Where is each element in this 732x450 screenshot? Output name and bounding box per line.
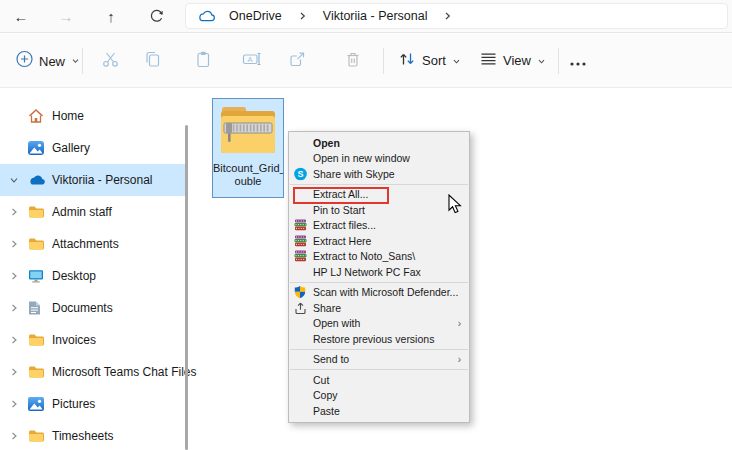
more-icon [570,52,586,70]
mouse-cursor [448,194,464,219]
sidebar-item-admin-staff[interactable]: Admin staff [0,196,192,228]
sidebar-item-attachments[interactable]: Attachments [0,228,192,260]
cut-button[interactable] [96,47,124,75]
paste-icon [194,50,212,72]
chevron-right-icon[interactable] [9,239,19,249]
chevron-right-icon[interactable] [9,367,19,377]
chevron-right-icon[interactable] [9,399,19,409]
menu-item-restore-previous-versions[interactable]: Restore previous versions [289,331,469,347]
zipped-folder-icon [219,104,277,162]
refresh-icon[interactable] [141,3,171,29]
breadcrumb-segment-folder[interactable]: Viktoriia - Personal [317,7,434,25]
sidebar-item-timesheets[interactable]: Timesheets [0,420,192,450]
folder-icon [28,430,45,443]
sidebar-item-label: Microsoft Teams Chat Files [52,365,197,379]
folder-icon [28,206,45,219]
menu-item-extract-files[interactable]: Extract files... [289,218,469,234]
onedrive-cloud-icon [198,10,215,22]
menu-item-extract-all[interactable]: Extract All... [289,187,469,203]
menu-item-share[interactable]: Share [289,300,469,316]
sidebar-item-pictures[interactable]: Pictures [0,388,192,420]
chevron-right-icon[interactable] [9,271,19,281]
skype-icon: S [294,167,307,180]
menu-item-hp-lj-network-pc-fax[interactable]: HP LJ Network PC Fax [289,264,469,280]
chevron-down-icon [452,52,461,70]
sidebar-scrollbar[interactable] [185,125,188,450]
sidebar-item-label: Admin staff [52,205,112,219]
back-icon[interactable]: ← [6,3,36,29]
winrar-icon [294,250,307,262]
copy-button[interactable] [139,47,167,75]
menu-separator [290,369,468,370]
chevron-down-icon [71,52,80,70]
paste-button[interactable] [189,47,217,75]
menu-item-label: Open with [313,317,360,329]
menu-item-scan-with-microsoft-defender[interactable]: Scan with Microsoft Defender... [289,285,469,301]
file-explorer-window: ←→↑ OneDrive Viktoriia - Personal New A … [0,0,732,450]
menu-item-open[interactable]: Open [289,135,469,151]
menu-item-cut[interactable]: Cut [289,372,469,388]
delete-button[interactable] [339,47,367,75]
up-icon[interactable]: ↑ [96,3,126,29]
menu-item-extract-here[interactable]: Extract Here [289,233,469,249]
menu-separator [290,184,468,185]
home-icon [28,109,44,124]
menu-item-label: Copy [313,389,338,401]
sort-button[interactable]: Sort [390,46,469,76]
chevron-down-icon[interactable] [9,175,19,185]
chevron-right-icon[interactable] [9,335,19,345]
rename-button[interactable]: A [238,47,266,75]
sidebar-item-label: Attachments [52,237,119,251]
view-button[interactable]: View [472,47,554,75]
menu-item-copy[interactable]: Copy [289,388,469,404]
new-button-label: New [39,53,65,68]
folder-icon [28,238,45,251]
sidebar-item-label: Documents [52,301,113,315]
file-item-zip[interactable]: Bitcount_Grid_D ouble [212,98,284,198]
menu-item-label: Extract Here [313,235,371,247]
chevron-right-icon[interactable] [9,303,19,313]
menu-item-label: Paste [313,405,340,417]
sidebar-item-label: Timesheets [52,429,114,443]
chevron-down-icon [537,52,546,70]
share-icon [288,50,306,72]
menu-item-label: Pin to Start [313,204,365,216]
menu-item-label: HP LJ Network PC Fax [313,266,421,278]
address-bar[interactable]: OneDrive Viktoriia - Personal [185,3,728,29]
documents-icon [28,301,41,316]
menu-item-send-to[interactable]: Send to› [289,352,469,368]
navigation-bar: ←→↑ OneDrive Viktoriia - Personal [0,0,732,33]
sidebar-item-invoices[interactable]: Invoices [0,324,192,356]
chevron-right-icon[interactable] [9,207,19,217]
menu-item-label: Send to [313,353,349,365]
sidebar-item-documents[interactable]: Documents [0,292,192,324]
copy-icon [144,50,162,72]
sort-button-label: Sort [422,53,446,68]
menu-item-open-in-new-window[interactable]: Open in new window [289,151,469,167]
submenu-arrow-icon: › [458,318,461,329]
sidebar-item-microsoft-teams-chat-files[interactable]: Microsoft Teams Chat Files [0,356,192,388]
menu-item-label: Share with Skype [313,168,395,180]
menu-item-label: Extract files... [313,219,376,231]
forward-icon[interactable]: → [51,3,81,29]
new-button[interactable]: New [8,45,88,76]
share-button[interactable] [283,47,311,75]
sidebar-item-label: Viktoriia - Personal [52,173,153,187]
more-options-button[interactable] [564,47,592,75]
menu-item-paste[interactable]: Paste [289,403,469,419]
folder-icon [28,366,45,379]
menu-item-pin-to-start[interactable]: Pin to Start [289,202,469,218]
menu-separator [290,282,468,283]
sidebar-item-desktop[interactable]: Desktop [0,260,192,292]
sidebar-item-viktoriia-personal[interactable]: Viktoriia - Personal [0,164,185,196]
onedrive-icon [28,174,46,186]
rename-icon: A [242,50,262,72]
breadcrumb-segment-onedrive[interactable]: OneDrive [223,7,288,25]
sidebar-item-home[interactable]: Home [0,100,192,132]
chevron-right-icon[interactable] [9,431,19,441]
menu-item-extract-to-noto-sans[interactable]: Extract to Noto_Sans\ [289,249,469,265]
sidebar-item-gallery[interactable]: Gallery [0,132,192,164]
menu-item-open-with[interactable]: Open with› [289,316,469,332]
menu-item-label: Cut [313,374,329,386]
menu-item-share-with-skype[interactable]: SShare with Skype [289,166,469,182]
